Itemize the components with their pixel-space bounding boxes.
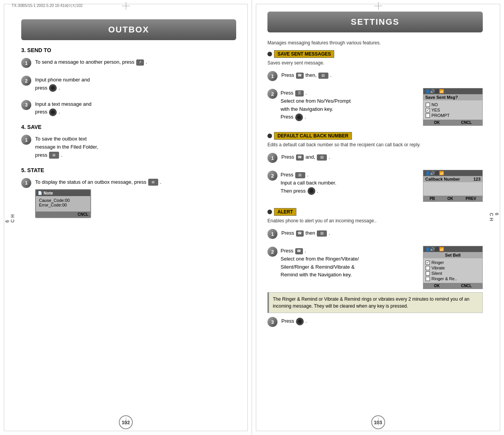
crosshair-top-left: [122, 2, 130, 10]
section3-title: 3. SEND TO: [21, 47, 236, 53]
screen-icons-cb: 👤🔊⬛📶: [425, 171, 444, 175]
crosshair-top-right: [374, 2, 382, 10]
alert-bubble-3: 3: [267, 317, 277, 327]
phone-icon-s1: ☎: [296, 73, 304, 79]
ok-icon-s2: [295, 113, 303, 121]
menu-icon-a1: ▤: [317, 230, 327, 237]
send-icon: ↗: [136, 59, 144, 66]
menu-icon-s1: ▤: [318, 73, 328, 79]
right-page: CH6 SETTINGS Manages messaging features …: [252, 0, 504, 435]
cb-label: Callback Number: [425, 177, 460, 181]
alert-option-vibrate: Vibrate: [426, 265, 480, 271]
alert-bubble-2: 2: [267, 247, 277, 257]
step-3-1: 1 To send a message to another person, p…: [21, 57, 236, 68]
footer-pb: PB: [430, 196, 435, 201]
step-4-1-text: To save the outbox textmessage in the Fi…: [35, 134, 98, 159]
step-3-2-text: Input phone number andpress .: [35, 75, 90, 92]
callback-desc: Edits a default call back number so that…: [267, 141, 483, 148]
step-3-2: 2 Input phone number andpress .: [21, 75, 236, 92]
svg-point-0: [51, 86, 55, 90]
save-option-no: NO: [426, 102, 480, 107]
cb-bubble-2: 2: [267, 171, 277, 181]
callback-header: DEFAULT CALL BACK NUMBER: [267, 132, 483, 140]
screen-footer-note: CNCL: [36, 212, 90, 217]
save-step-1: 1 Press ☎ then, ▤ .: [267, 70, 483, 81]
crosshair-bottom-right: [374, 418, 382, 425]
callback-step-1: 1 Press ☎ and, ▤ .: [267, 152, 483, 163]
ok-icon-2: [49, 108, 57, 116]
screen-footer-save: OK CNCL: [423, 120, 482, 125]
alert-option-silent: Silent: [426, 271, 480, 276]
menu-icon-1: ▤: [49, 152, 59, 159]
alert-section: ALERT Enables phone to alert you of an i…: [267, 208, 483, 327]
screen-body-note: Cause_Code:00 Error_Code:00: [36, 196, 90, 212]
save-step-2-text: Press ☰ . Select one from No/Yes/Promptw…: [281, 88, 351, 126]
save-bubble-2: 2: [267, 89, 277, 99]
alert-step-1-text: Press ☎ then ▤ .: [281, 228, 330, 237]
section4-title: 4. SAVE: [21, 124, 236, 130]
cb-bubble-1: 1: [267, 153, 277, 163]
cb-no: [426, 103, 430, 107]
label-ringer-re: Ringer & Re..: [431, 276, 457, 281]
save-sent-header: SAVE SENT MESSAGES: [267, 50, 483, 58]
callback-screen: 👤🔊⬛📶 Callback Number 123 PB OK PREV: [423, 170, 483, 202]
step-3-3-text: Input a text message andpress .: [35, 99, 91, 117]
svg-point-4: [298, 320, 302, 323]
step-bubble-3: 3: [21, 100, 31, 110]
phone-icon-a2: ☎: [295, 248, 303, 254]
reminder-box: The Ringer & Remind or Vibrate & Remind …: [267, 292, 483, 313]
menu-icon-cb2: ▤: [295, 172, 305, 178]
alert-title: ALERT: [274, 208, 296, 216]
save-sent-screen: 👤🔊⬛📶 Save Sent Msg? NO YES: [423, 88, 483, 126]
screen-icons-save: 👤🔊⬛📶: [425, 89, 444, 93]
phone-icon-a1: ☎: [296, 230, 304, 237]
screen-header-cb: 👤🔊⬛📶: [423, 170, 482, 176]
state-screen: 📄 Note Cause_Code:00 Error_Code:00 CNCL: [35, 189, 91, 218]
settings-banner: SETTINGS: [267, 12, 483, 32]
cb-vibrate: [426, 266, 430, 270]
screen-title-save: Save Sent Msg?: [423, 94, 482, 100]
step-bubble-5: 1: [21, 178, 31, 188]
save-bubble-1: 1: [267, 71, 277, 81]
alert-bubble-1: 1: [267, 229, 277, 239]
cb-silent: [426, 271, 430, 276]
screen-body-save: NO YES PROMPT: [423, 100, 482, 120]
step-bubble-4: 1: [21, 135, 31, 145]
label-vibrate: Vibrate: [431, 266, 445, 270]
alert-step-1: 1 Press ☎ then ▤ .: [267, 228, 483, 239]
screen-title-cb: Callback Number 123: [423, 176, 482, 182]
cb-yes: [426, 108, 430, 112]
left-page: TX-30B5/15-1 2002.5.20 16:41페이지102 CH6 O…: [0, 0, 252, 435]
screen-body-cb: [423, 182, 482, 196]
alert-step-3-text: Press .: [281, 316, 307, 325]
screen-footer-alert: OK CNCL: [423, 283, 482, 289]
step-5-1-text: To display the status of an outbox messa…: [35, 177, 236, 186]
section5-title: 5. STATE: [21, 167, 236, 173]
alert-desc: Enables phone to alert you of an incomin…: [267, 217, 483, 224]
ch-label-left: CH6: [5, 213, 15, 222]
phone-icon-cb1: ☎: [296, 154, 304, 161]
label-no: NO: [431, 102, 438, 107]
footer-prev: PREV: [466, 196, 476, 201]
label-silent: Silent: [431, 271, 442, 276]
svg-point-1: [51, 110, 55, 114]
note-row-1: Cause_Code:00: [39, 198, 87, 203]
note-row-2: Error_Code:00: [39, 203, 87, 207]
save-sent-desc: Saves every sent message.: [267, 59, 483, 66]
save-sent-title: SAVE SENT MESSAGES: [274, 50, 334, 58]
menu-icon-2: ▤: [148, 179, 158, 186]
alert-step-2-content: 2 Press ☎ . Select one from the Ringer/V…: [267, 246, 419, 289]
step-3-1-text: To send a message to another person, pre…: [35, 57, 147, 66]
save-sent-section: SAVE SENT MESSAGES Saves every sent mess…: [267, 50, 483, 126]
print-info: TX-30B5/15-1 2002.5.20 16:41페이지102: [12, 3, 83, 8]
menu-icon-cb1: ▤: [317, 154, 327, 161]
screen-icons-alert: 👤🔊⬛📶: [425, 247, 444, 251]
alert-option-ringer-re: Ringer & Re..: [426, 276, 480, 281]
screen-header-alert: 👤🔊⬛📶: [423, 246, 482, 252]
alert-header: ALERT: [267, 208, 483, 216]
callback-dot: [267, 134, 272, 138]
save-sent-dot: [267, 52, 272, 56]
step-4-1: 1 To save the outbox textmessage in the …: [21, 134, 236, 159]
cb-ringer-re: [426, 277, 430, 281]
footer-cncl-alert: CNCL: [461, 284, 472, 288]
